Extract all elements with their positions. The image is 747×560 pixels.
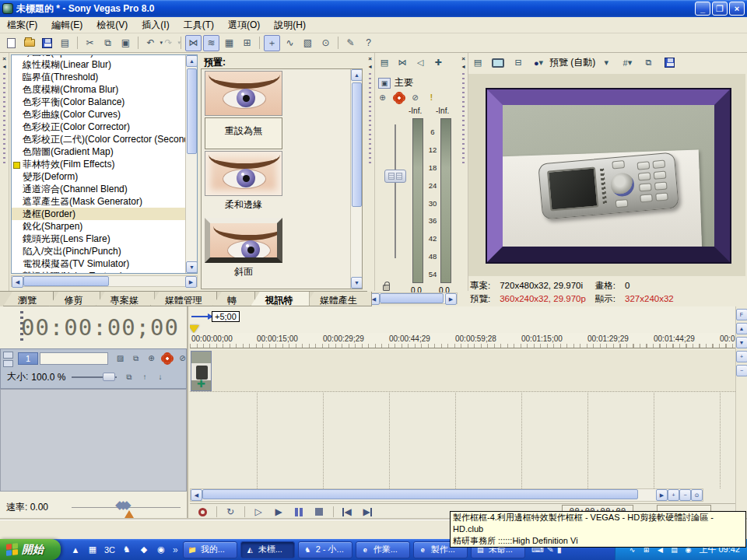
taskbar-window-button[interactable]: 📁 我的...: [183, 541, 237, 558]
start-button[interactable]: 開始: [0, 539, 61, 560]
transport-button[interactable]: [330, 506, 336, 519]
menu-item[interactable]: 編輯(E): [44, 16, 89, 34]
rate-marker-icon[interactable]: [124, 510, 134, 518]
scroll-down-icon[interactable]: ▼: [186, 261, 198, 273]
timeline-track-area[interactable]: +5;00 00:00:00;0000:00:15;0000:00:29;290…: [190, 306, 735, 520]
preview-toolbar-icon[interactable]: ▾: [598, 55, 614, 70]
timeline-horizontal-scrollbar[interactable]: ◀ ▶+−⊙: [190, 488, 703, 502]
toolbar-icon[interactable]: [39, 35, 55, 51]
pin-icon[interactable]: ◂: [1, 62, 9, 70]
taskbar-window-button[interactable]: ◭ 未標...: [240, 541, 295, 558]
toolbar-icon[interactable]: ＋: [264, 35, 280, 51]
toolbar-icon[interactable]: [135, 35, 141, 51]
menu-item[interactable]: 選項(O): [221, 16, 267, 34]
track-icon[interactable]: ⧉: [123, 371, 135, 383]
pin-icon[interactable]: ◂: [366, 62, 374, 70]
video-fx-item[interactable]: 色彩平衡(Color Balance): [12, 96, 185, 108]
bus-icon[interactable]: ⊕: [377, 92, 388, 103]
mixer-toolbar-icon[interactable]: ◁: [412, 55, 428, 69]
cursor-timecode-display[interactable]: 00:00:00;00: [21, 314, 179, 341]
dock-tab[interactable]: 媒體產生器: [305, 292, 372, 306]
scrollbar-thumb[interactable]: [352, 82, 362, 207]
scrollbar-thumb[interactable]: [380, 293, 444, 303]
quicklaunch-icon[interactable]: ◆: [137, 543, 151, 557]
mixer-horizontal-scrollbar[interactable]: ◀ ▶: [367, 292, 458, 304]
toolbar-icon[interactable]: ?: [360, 35, 377, 51]
window-control-button[interactable]: _: [695, 2, 710, 16]
toolbar-icon[interactable]: ▤: [57, 35, 73, 51]
scroll-up-icon[interactable]: ▲: [186, 55, 198, 67]
track-number-badge[interactable]: 1: [18, 352, 38, 365]
toolbar-icon[interactable]: ▧: [300, 35, 316, 51]
dock-tab[interactable]: 轉場: [212, 292, 255, 306]
right-control-icon[interactable]: F: [736, 309, 747, 320]
lock-fader-icon[interactable]: [383, 285, 390, 291]
track-minmax-buttons[interactable]: [3, 352, 13, 367]
video-fx-item[interactable]: 菲林特效(Film Effects): [12, 158, 185, 170]
preview-toolbar-icon[interactable]: ▤: [470, 55, 486, 70]
scrollbar-thumb[interactable]: [202, 489, 638, 499]
bus-icon[interactable]: ⊘: [409, 92, 421, 103]
mixer-panel-grip[interactable]: × ◂: [366, 53, 375, 291]
dock-tab[interactable]: 修剪器: [49, 292, 100, 306]
video-fx-item[interactable]: 線性模糊(Linear Blur): [12, 58, 185, 71]
timeline-zoom-icon[interactable]: −: [679, 489, 691, 501]
scroll-right-icon[interactable]: ▶: [185, 276, 197, 288]
timeline-zoom-icon[interactable]: +: [668, 489, 679, 501]
bus-icon[interactable]: [393, 92, 405, 103]
transport-button[interactable]: [289, 506, 308, 519]
shuttle-slider-track[interactable]: [72, 507, 181, 508]
transport-button[interactable]: ▶: [358, 506, 377, 519]
toolbar-icon[interactable]: ∿: [282, 35, 298, 51]
video-fx-item[interactable]: 銳化(Sharpen): [12, 220, 185, 233]
video-track-lane[interactable]: ✚: [190, 350, 735, 392]
dock-tab[interactable]: 視訊特效: [251, 292, 310, 306]
close-icon[interactable]: ×: [460, 54, 468, 62]
toolbar-icon[interactable]: ▦: [221, 35, 237, 51]
preview-toolbar-icon[interactable]: ●▾: [531, 55, 546, 70]
toolbar-icon[interactable]: ↷ ▾: [160, 35, 177, 51]
video-fx-item[interactable]: 色度模糊(Chroma Blur): [12, 83, 185, 96]
toolbar-icon[interactable]: ⧉: [100, 35, 116, 51]
effects-vertical-scrollbar[interactable]: ▲ ▼: [185, 55, 197, 273]
presets-vertical-scrollbar[interactable]: ▲ ▼: [350, 69, 362, 289]
dock-tab[interactable]: 瀏覽器: [3, 292, 54, 306]
mixer-toolbar-icon[interactable]: ▤: [377, 55, 392, 69]
video-track-header[interactable]: 1 ▨⧉⊕⊘! 大小: 100.0 % ⧉↑↓: [0, 348, 187, 389]
preset-item[interactable]: 重設為無: [205, 71, 289, 149]
video-fx-item[interactable]: 色階圖(Gradient Map): [12, 145, 185, 158]
toolbar-icon[interactable]: ▣: [117, 35, 134, 51]
track-icon[interactable]: ▨: [114, 352, 126, 364]
transport-button[interactable]: [213, 506, 219, 519]
taskbar-window-button[interactable]: ♞ 2 - 小...: [298, 541, 352, 558]
toolbar-icon[interactable]: [178, 35, 184, 51]
menu-item[interactable]: 工具(T): [177, 16, 221, 34]
track-name-field[interactable]: [40, 352, 108, 365]
toolbar-icon[interactable]: ✂: [82, 35, 98, 51]
track-icon[interactable]: ⊕: [146, 352, 157, 364]
video-fx-item[interactable]: 通道溶合(Channel Blend): [12, 183, 185, 195]
video-fx-item[interactable]: 色彩曲線(Color Curves): [12, 108, 185, 121]
video-fx-item[interactable]: 陷入/突出(Pinch/Punch): [12, 245, 185, 257]
scroll-down-icon[interactable]: ▼: [351, 277, 363, 289]
effects-horizontal-scrollbar[interactable]: ◀ ▶: [11, 275, 198, 287]
time-ruler[interactable]: 00:00:00;0000:00:15;0000:00:29;2900:00:4…: [190, 333, 735, 348]
toolbar-icon[interactable]: ✎: [342, 35, 359, 51]
toolbar-icon[interactable]: ⊙: [317, 35, 334, 51]
quicklaunch-icon[interactable]: ◉: [154, 543, 168, 557]
toolbar-icon[interactable]: ⊞: [239, 35, 255, 51]
track-icon[interactable]: [161, 352, 173, 364]
toolbar-icon[interactable]: ≋: [203, 35, 219, 51]
preset-item[interactable]: 柔和邊緣: [205, 151, 289, 216]
transport-button[interactable]: ◀: [338, 506, 356, 519]
right-control-icon[interactable]: −: [736, 365, 747, 376]
preview-toolbar-icon[interactable]: ⧉: [640, 55, 656, 70]
taskbar-window-button[interactable]: e 作業...: [356, 541, 410, 558]
video-fx-item[interactable]: 色彩校正(二代)(Color Corrector (Seconda: [12, 133, 185, 145]
close-icon[interactable]: ×: [366, 54, 374, 62]
scrollbar-thumb[interactable]: [23, 276, 109, 286]
scroll-up-icon[interactable]: ▲: [351, 69, 363, 81]
effects-panel-grip[interactable]: × ◂: [0, 53, 9, 291]
master-fader-handle[interactable]: [384, 170, 406, 183]
menu-item[interactable]: 說明(H): [267, 16, 313, 34]
